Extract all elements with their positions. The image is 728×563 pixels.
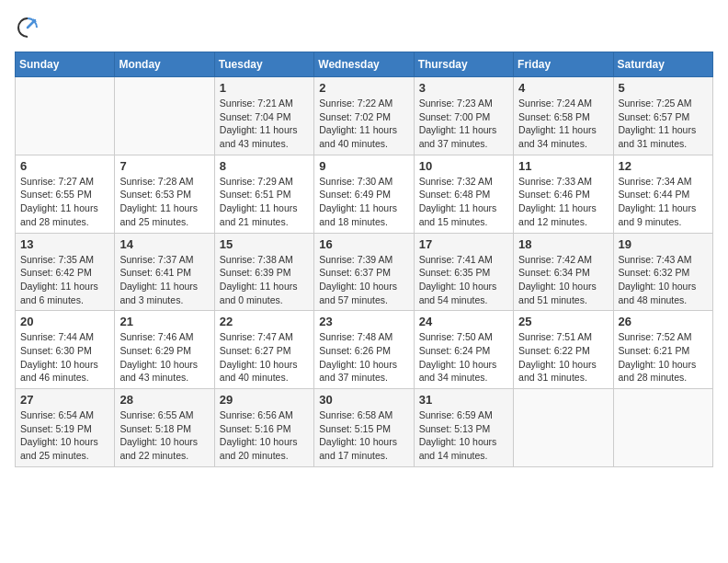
day-info: Sunrise: 7:29 AMSunset: 6:51 PMDaylight:… — [220, 175, 309, 229]
calendar-cell: 7Sunrise: 7:28 AMSunset: 6:53 PMDaylight… — [115, 155, 214, 233]
day-info: Sunrise: 7:47 AMSunset: 6:27 PMDaylight:… — [220, 330, 309, 385]
calendar-cell: 25Sunrise: 7:51 AMSunset: 6:22 PMDayligh… — [514, 311, 613, 389]
day-info: Sunrise: 7:48 AMSunset: 6:26 PMDaylight:… — [319, 330, 408, 385]
calendar-cell: 28Sunrise: 6:55 AMSunset: 5:18 PMDayligh… — [115, 389, 214, 467]
day-info: Sunrise: 7:41 AMSunset: 6:35 PMDaylight:… — [419, 253, 508, 307]
calendar-cell: 9Sunrise: 7:30 AMSunset: 6:49 PMDaylight… — [314, 155, 414, 233]
day-number: 17 — [419, 237, 508, 251]
day-number: 4 — [518, 81, 608, 95]
calendar-table: SundayMondayTuesdayWednesdayThursdayFrid… — [15, 52, 713, 467]
day-number: 13 — [20, 237, 109, 251]
day-number: 9 — [319, 159, 408, 173]
calendar-body: 1Sunrise: 7:21 AMSunset: 7:04 PMDaylight… — [16, 77, 713, 467]
calendar-header: SundayMondayTuesdayWednesdayThursdayFrid… — [16, 52, 713, 77]
day-number: 28 — [119, 393, 209, 407]
calendar-cell — [115, 77, 214, 155]
day-number: 6 — [20, 159, 109, 173]
week-row-2: 6Sunrise: 7:27 AMSunset: 6:55 PMDaylight… — [16, 155, 713, 233]
header-day-thursday: Thursday — [414, 52, 513, 77]
week-row-5: 27Sunrise: 6:54 AMSunset: 5:19 PMDayligh… — [16, 389, 713, 467]
day-info: Sunrise: 7:22 AMSunset: 7:02 PMDaylight:… — [319, 97, 408, 151]
logo-icon — [15, 15, 40, 40]
day-number: 20 — [20, 315, 109, 328]
header-day-sunday: Sunday — [16, 52, 115, 77]
day-number: 21 — [119, 315, 209, 328]
day-number: 23 — [319, 315, 408, 328]
calendar-cell: 24Sunrise: 7:50 AMSunset: 6:24 PMDayligh… — [414, 311, 513, 389]
calendar-cell: 19Sunrise: 7:43 AMSunset: 6:32 PMDayligh… — [613, 233, 712, 311]
calendar-cell: 30Sunrise: 6:58 AMSunset: 5:15 PMDayligh… — [314, 389, 414, 467]
day-number: 1 — [220, 81, 309, 95]
day-info: Sunrise: 7:38 AMSunset: 6:39 PMDaylight:… — [220, 253, 309, 307]
calendar-cell: 6Sunrise: 7:27 AMSunset: 6:55 PMDaylight… — [16, 155, 115, 233]
day-info: Sunrise: 7:30 AMSunset: 6:49 PMDaylight:… — [319, 175, 408, 229]
calendar-cell: 12Sunrise: 7:34 AMSunset: 6:44 PMDayligh… — [613, 155, 712, 233]
header-day-wednesday: Wednesday — [314, 52, 414, 77]
day-number: 7 — [119, 159, 209, 173]
day-info: Sunrise: 7:24 AMSunset: 6:58 PMDaylight:… — [518, 97, 608, 151]
calendar-cell: 5Sunrise: 7:25 AMSunset: 6:57 PMDaylight… — [613, 77, 712, 155]
day-number: 19 — [619, 237, 708, 251]
day-info: Sunrise: 7:23 AMSunset: 7:00 PMDaylight:… — [419, 97, 508, 151]
day-info: Sunrise: 7:33 AMSunset: 6:46 PMDaylight:… — [518, 175, 608, 229]
calendar-cell: 31Sunrise: 6:59 AMSunset: 5:13 PMDayligh… — [414, 389, 513, 467]
calendar-cell: 21Sunrise: 7:46 AMSunset: 6:29 PMDayligh… — [115, 311, 214, 389]
day-number: 14 — [119, 237, 209, 251]
day-info: Sunrise: 7:25 AMSunset: 6:57 PMDaylight:… — [619, 97, 708, 151]
calendar-cell: 27Sunrise: 6:54 AMSunset: 5:19 PMDayligh… — [16, 389, 115, 467]
day-info: Sunrise: 7:28 AMSunset: 6:53 PMDaylight:… — [119, 175, 209, 229]
calendar-cell: 29Sunrise: 6:56 AMSunset: 5:16 PMDayligh… — [214, 389, 313, 467]
calendar-cell: 17Sunrise: 7:41 AMSunset: 6:35 PMDayligh… — [414, 233, 513, 311]
day-number: 3 — [419, 81, 508, 95]
header-day-monday: Monday — [115, 52, 214, 77]
calendar-cell: 4Sunrise: 7:24 AMSunset: 6:58 PMDaylight… — [514, 77, 613, 155]
day-info: Sunrise: 7:34 AMSunset: 6:44 PMDaylight:… — [619, 175, 708, 229]
day-info: Sunrise: 7:51 AMSunset: 6:22 PMDaylight:… — [518, 330, 608, 385]
calendar-cell — [514, 389, 613, 467]
calendar-cell: 20Sunrise: 7:44 AMSunset: 6:30 PMDayligh… — [16, 311, 115, 389]
calendar-cell: 11Sunrise: 7:33 AMSunset: 6:46 PMDayligh… — [514, 155, 613, 233]
day-info: Sunrise: 6:58 AMSunset: 5:15 PMDaylight:… — [319, 408, 408, 463]
day-info: Sunrise: 7:42 AMSunset: 6:34 PMDaylight:… — [518, 253, 608, 307]
calendar-cell: 23Sunrise: 7:48 AMSunset: 6:26 PMDayligh… — [314, 311, 414, 389]
calendar-cell: 26Sunrise: 7:52 AMSunset: 6:21 PMDayligh… — [613, 311, 712, 389]
day-info: Sunrise: 7:50 AMSunset: 6:24 PMDaylight:… — [419, 330, 508, 385]
day-number: 24 — [419, 315, 508, 328]
day-info: Sunrise: 7:27 AMSunset: 6:55 PMDaylight:… — [20, 175, 109, 229]
calendar-cell: 10Sunrise: 7:32 AMSunset: 6:48 PMDayligh… — [414, 155, 513, 233]
calendar-cell: 2Sunrise: 7:22 AMSunset: 7:02 PMDaylight… — [314, 77, 414, 155]
calendar-cell: 3Sunrise: 7:23 AMSunset: 7:00 PMDaylight… — [414, 77, 513, 155]
day-info: Sunrise: 7:52 AMSunset: 6:21 PMDaylight:… — [619, 330, 708, 385]
week-row-1: 1Sunrise: 7:21 AMSunset: 7:04 PMDaylight… — [16, 77, 713, 155]
header-day-tuesday: Tuesday — [214, 52, 313, 77]
calendar-cell: 13Sunrise: 7:35 AMSunset: 6:42 PMDayligh… — [16, 233, 115, 311]
day-number: 22 — [220, 315, 309, 328]
calendar-cell: 16Sunrise: 7:39 AMSunset: 6:37 PMDayligh… — [314, 233, 414, 311]
day-number: 18 — [518, 237, 608, 251]
day-info: Sunrise: 6:54 AMSunset: 5:19 PMDaylight:… — [20, 408, 109, 463]
day-number: 12 — [619, 159, 708, 173]
day-info: Sunrise: 7:46 AMSunset: 6:29 PMDaylight:… — [119, 330, 209, 385]
day-info: Sunrise: 7:43 AMSunset: 6:32 PMDaylight:… — [619, 253, 708, 307]
day-info: Sunrise: 7:32 AMSunset: 6:48 PMDaylight:… — [419, 175, 508, 229]
day-number: 29 — [220, 393, 309, 407]
day-info: Sunrise: 7:21 AMSunset: 7:04 PMDaylight:… — [220, 97, 309, 151]
calendar-cell — [16, 77, 115, 155]
day-info: Sunrise: 7:44 AMSunset: 6:30 PMDaylight:… — [20, 330, 109, 385]
calendar-cell — [613, 389, 712, 467]
day-number: 15 — [220, 237, 309, 251]
calendar-cell: 14Sunrise: 7:37 AMSunset: 6:41 PMDayligh… — [115, 233, 214, 311]
day-number: 16 — [319, 237, 408, 251]
logo — [15, 15, 44, 40]
day-number: 2 — [319, 81, 408, 95]
day-number: 11 — [518, 159, 608, 173]
header-day-saturday: Saturday — [613, 52, 712, 77]
day-info: Sunrise: 6:56 AMSunset: 5:16 PMDaylight:… — [220, 408, 309, 463]
day-number: 27 — [20, 393, 109, 407]
day-info: Sunrise: 7:35 AMSunset: 6:42 PMDaylight:… — [20, 253, 109, 307]
day-number: 5 — [619, 81, 708, 95]
day-info: Sunrise: 6:55 AMSunset: 5:18 PMDaylight:… — [119, 408, 209, 463]
day-info: Sunrise: 7:37 AMSunset: 6:41 PMDaylight:… — [119, 253, 209, 307]
week-row-3: 13Sunrise: 7:35 AMSunset: 6:42 PMDayligh… — [16, 233, 713, 311]
calendar-cell: 15Sunrise: 7:38 AMSunset: 6:39 PMDayligh… — [214, 233, 313, 311]
